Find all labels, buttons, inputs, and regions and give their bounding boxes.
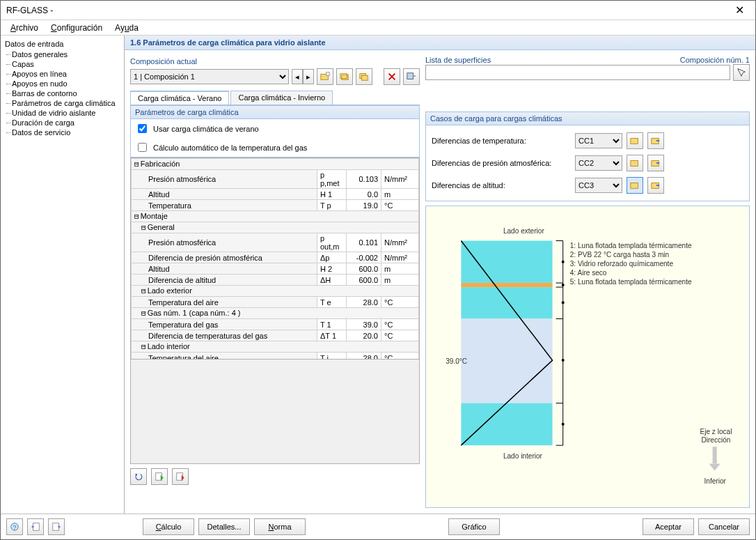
new-folder-icon[interactable] xyxy=(627,132,643,149)
lc-tempdiff-row: Diferencias de temperatura: CC1 xyxy=(432,130,743,152)
tree-item[interactable]: Unidad de vidrio aislante xyxy=(2,108,123,118)
menubar: AArchivorchivo Configuración Ayuda xyxy=(1,20,755,36)
param-empty-area xyxy=(130,360,420,464)
composition-number: Composición núm. 1 xyxy=(680,56,750,64)
svg-point-29 xyxy=(562,301,565,304)
diagram-bottom-label: Lado interior xyxy=(503,452,543,460)
titlebar: RF-GLASS - ✕ xyxy=(1,1,755,20)
svg-text:3: Vidrio reforzado químicamen: 3: Vidrio reforzado químicamente xyxy=(570,260,674,268)
svg-rect-6 xyxy=(407,73,414,79)
lc-tempdiff-select[interactable]: CC1 xyxy=(575,133,622,148)
calc-button[interactable]: Cálculo xyxy=(143,518,194,535)
help-icon[interactable]: ? xyxy=(6,518,23,535)
lc-altdiff-select[interactable]: CC3 xyxy=(575,178,622,193)
group-outside[interactable]: Lado exterior xyxy=(148,286,192,295)
composition-select[interactable]: 1 | Composición 1 xyxy=(130,69,289,84)
undo-icon[interactable] xyxy=(130,468,147,485)
group-general[interactable]: General xyxy=(148,223,175,231)
svg-rect-5 xyxy=(362,75,368,80)
export-left-icon[interactable] xyxy=(27,518,44,535)
svg-marker-40 xyxy=(709,463,720,470)
svg-text:2: PVB 22 °C carga hasta 3 min: 2: PVB 22 °C carga hasta 3 min xyxy=(570,251,669,259)
details-button[interactable]: Detalles... xyxy=(198,518,250,535)
auto-calc-checkbox[interactable] xyxy=(138,143,147,152)
tree-item[interactable]: Barras de contorno xyxy=(2,88,123,98)
folder-arrow-icon[interactable] xyxy=(647,155,664,171)
window-title: RF-GLASS - xyxy=(6,6,730,15)
close-icon[interactable]: ✕ xyxy=(730,3,750,17)
lc-tempdiff-label: Diferencias de temperatura: xyxy=(432,137,571,145)
tree-item[interactable]: Duración de carga xyxy=(2,118,123,128)
svg-rect-15 xyxy=(461,241,552,284)
tree-item[interactable]: Datos generales xyxy=(2,49,123,59)
menu-file[interactable]: AArchivorchivo xyxy=(5,22,44,34)
tree-root[interactable]: Datos de entrada xyxy=(2,38,123,49)
folder-copy-icon[interactable] xyxy=(336,68,353,85)
new-folder-icon[interactable] xyxy=(627,155,643,171)
svg-rect-9 xyxy=(631,139,638,144)
use-summer-checkbox[interactable] xyxy=(138,124,147,133)
diagram-temp: 39.0°C xyxy=(446,357,467,365)
svg-rect-16 xyxy=(461,283,552,287)
svg-text:Dirección: Dirección xyxy=(701,436,730,444)
norm-button[interactable]: Norma xyxy=(254,518,306,535)
new-folder-icon[interactable] xyxy=(627,177,643,194)
tab-winter[interactable]: Carga climática - Invierno xyxy=(230,91,333,105)
graph-button[interactable]: Gráfico xyxy=(448,518,500,535)
loadcases-header: Casos de carga para cargas climáticas xyxy=(425,111,750,125)
content: Datos de entrada Datos generales Capas A… xyxy=(1,36,755,514)
ok-button[interactable]: Aceptar xyxy=(643,518,694,535)
svg-rect-18 xyxy=(461,319,552,403)
group-mount[interactable]: Montaje xyxy=(141,212,168,220)
param-table: ⊟Fabricación Presión atmosféricap p,met0… xyxy=(131,158,419,360)
lc-pressdiff-label: Diferencias de presión atmosférica: xyxy=(432,159,571,167)
diagram-svg: Lado exterior 39.0°C Lado interior xyxy=(433,213,742,500)
svg-rect-13 xyxy=(631,183,638,189)
menu-config[interactable]: Configuración xyxy=(45,22,108,34)
folder-arrow-icon[interactable] xyxy=(647,132,664,149)
tree-item[interactable]: Parámetros de carga climática xyxy=(2,98,123,108)
tree-item[interactable]: Capas xyxy=(2,59,123,69)
folder-stack-icon[interactable] xyxy=(356,68,372,85)
settings-icon[interactable] xyxy=(403,68,420,85)
lc-altdiff-row: Diferencias de altitud: CC3 xyxy=(432,174,743,196)
cancel-button[interactable]: Cancelar xyxy=(698,518,750,535)
tab-summer[interactable]: Carga climática - Verano xyxy=(130,91,229,105)
next-button[interactable]: ▸ xyxy=(303,69,314,84)
tree-item[interactable]: Datos de servicio xyxy=(2,128,123,137)
diagram-top-label: Lado exterior xyxy=(503,227,544,235)
svg-point-27 xyxy=(562,261,565,263)
param-table-wrap: ⊟Fabricación Presión atmosféricap p,met0… xyxy=(130,157,420,360)
tree-item[interactable]: Apoyos en línea xyxy=(2,69,123,79)
footer: ? Cálculo Detalles... Norma Gráfico Acep… xyxy=(1,514,755,539)
surfaces-input[interactable] xyxy=(425,65,730,80)
tabs: Carga climática - Verano Carga climática… xyxy=(130,91,420,105)
folder-arrow-icon[interactable] xyxy=(647,177,664,194)
menu-help[interactable]: Ayuda xyxy=(109,22,144,34)
export-green-icon[interactable] xyxy=(151,468,168,485)
prev-button[interactable]: ◂ xyxy=(292,69,303,84)
export-red-icon[interactable] xyxy=(172,468,189,485)
surfaces-row xyxy=(425,64,750,81)
use-summer-row: Usar carga climática de verano xyxy=(131,119,419,138)
left-column: Composición actual 1 | Composición 1 ◂ ▸ xyxy=(130,56,420,508)
lc-pressdiff-select[interactable]: CC2 xyxy=(575,155,622,171)
new-folder-icon[interactable] xyxy=(317,68,333,85)
use-summer-label: Usar carga climática de verano xyxy=(153,125,259,133)
group-fab[interactable]: Fabricación xyxy=(141,160,180,168)
svg-rect-11 xyxy=(631,161,638,167)
toolbar-low xyxy=(130,468,420,485)
group-gas1[interactable]: Gas núm. 1 (capa núm.: 4 ) xyxy=(148,309,241,317)
svg-point-30 xyxy=(562,359,565,362)
composition-row: 1 | Composición 1 ◂ ▸ xyxy=(130,68,420,85)
tree-item[interactable]: Apoyos en nudo xyxy=(2,79,123,88)
export-right-icon[interactable] xyxy=(48,518,65,535)
delete-icon[interactable] xyxy=(384,68,400,85)
svg-text:1: Luna flotada templada térmi: 1: Luna flotada templada térmicamente xyxy=(570,242,692,249)
right-column: Lista de superficies Composición núm. 1 … xyxy=(425,56,750,508)
sidebar: Datos de entrada Datos generales Capas A… xyxy=(1,36,125,514)
svg-rect-17 xyxy=(461,287,552,318)
pick-surface-icon[interactable] xyxy=(733,64,750,81)
group-inside[interactable]: Lado interior xyxy=(148,342,190,350)
param-panel-header: Parámetros de carga climática xyxy=(130,105,420,119)
